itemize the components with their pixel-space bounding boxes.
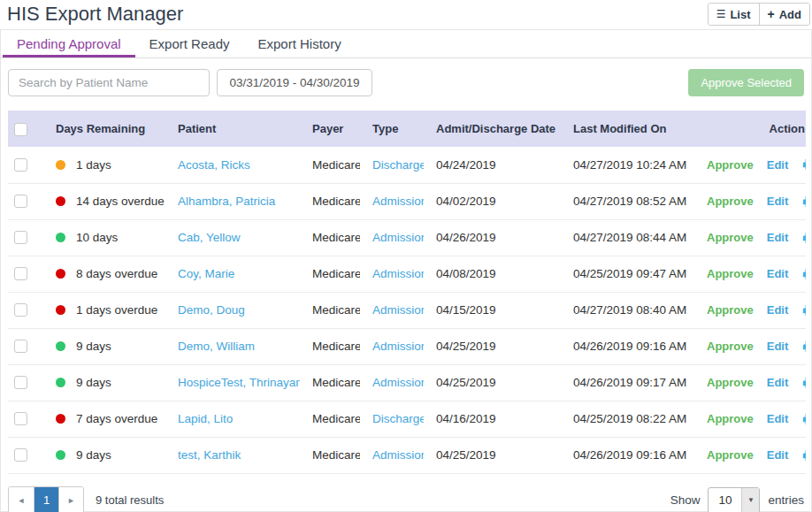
type-link[interactable]: Discharge bbox=[372, 158, 424, 172]
patient-link[interactable]: Lapid, Lito bbox=[178, 412, 233, 425]
tab-export-ready[interactable]: Export Ready bbox=[135, 30, 244, 57]
row-checkbox[interactable] bbox=[14, 195, 27, 208]
patient-link[interactable]: Cab, Yellow bbox=[178, 231, 241, 244]
type-link[interactable]: Admission bbox=[372, 376, 424, 389]
table-row: 9 days Demo, William Medicare Admission … bbox=[8, 328, 806, 364]
type-link[interactable]: Admission bbox=[372, 195, 424, 208]
print-icon[interactable] bbox=[801, 376, 806, 390]
print-icon[interactable] bbox=[801, 412, 806, 426]
payer-text: Medicare bbox=[312, 412, 360, 425]
table-row: 14 days overdue Alhambra, Patricia Medic… bbox=[8, 183, 806, 219]
payer-text: Medicare bbox=[312, 231, 360, 244]
payer-text: Medicare bbox=[312, 448, 360, 462]
payer-text: Medicare bbox=[312, 195, 360, 208]
row-checkbox[interactable] bbox=[14, 448, 27, 462]
admit-discharge-date: 04/16/2019 bbox=[436, 412, 496, 425]
edit-link[interactable]: Edit bbox=[767, 340, 789, 353]
print-icon[interactable] bbox=[801, 231, 806, 245]
select-all-checkbox[interactable] bbox=[14, 123, 27, 136]
admit-discharge-date: 04/08/2019 bbox=[436, 267, 496, 280]
print-icon[interactable] bbox=[801, 303, 806, 317]
admit-discharge-date: 04/25/2019 bbox=[436, 448, 496, 462]
page-size-group: Show 10 ▼ entries bbox=[670, 487, 804, 512]
next-page-button[interactable]: ► bbox=[58, 487, 83, 512]
patient-link[interactable]: Acosta, Ricks bbox=[178, 158, 250, 172]
admit-discharge-date: 04/25/2019 bbox=[436, 340, 496, 353]
search-input[interactable] bbox=[8, 69, 210, 96]
show-label: Show bbox=[670, 493, 701, 507]
days-remaining-text: 10 days bbox=[76, 231, 118, 244]
tab-pending-approval[interactable]: Pending Approval bbox=[3, 30, 135, 57]
row-checkbox[interactable] bbox=[14, 303, 27, 317]
row-checkbox[interactable] bbox=[14, 231, 27, 244]
payer-text: Medicare bbox=[312, 303, 360, 317]
approve-link[interactable]: Approve bbox=[707, 231, 754, 244]
approve-link[interactable]: Approve bbox=[707, 448, 754, 462]
payer-text: Medicare bbox=[312, 158, 360, 172]
col-days-remaining: Days Remaining bbox=[43, 111, 165, 147]
status-dot bbox=[56, 269, 65, 279]
patient-link[interactable]: test, Karthik bbox=[178, 448, 241, 462]
edit-link[interactable]: Edit bbox=[767, 303, 789, 317]
type-link[interactable]: Admission bbox=[372, 303, 424, 317]
date-range-input[interactable] bbox=[217, 69, 372, 96]
prev-page-button[interactable]: ◄ bbox=[9, 487, 34, 512]
row-checkbox[interactable] bbox=[14, 267, 27, 280]
days-remaining-text: 8 days overdue bbox=[76, 267, 157, 280]
col-type: Type bbox=[360, 111, 424, 147]
type-link[interactable]: Discharge bbox=[372, 412, 424, 425]
print-icon[interactable] bbox=[801, 267, 806, 281]
page-size-select[interactable]: 10 ▼ bbox=[708, 487, 760, 512]
patient-link[interactable]: Demo, William bbox=[178, 340, 255, 353]
approve-link[interactable]: Approve bbox=[707, 412, 754, 425]
type-link[interactable]: Admission bbox=[372, 340, 424, 353]
col-payer: Payer bbox=[300, 111, 360, 147]
admit-discharge-date: 04/24/2019 bbox=[436, 158, 496, 172]
row-checkbox[interactable] bbox=[14, 340, 27, 353]
type-link[interactable]: Admission bbox=[372, 448, 424, 462]
patient-link[interactable]: HospiceTest, Thrinayan bbox=[178, 376, 300, 389]
page-button-1[interactable]: 1 bbox=[34, 487, 58, 512]
list-view-button[interactable]: ☰ List bbox=[709, 4, 759, 25]
last-modified-on: 04/26/2019 09:17 AM bbox=[573, 376, 686, 389]
last-modified-on: 04/27/2019 10:24 AM bbox=[573, 158, 686, 172]
edit-link[interactable]: Edit bbox=[767, 267, 789, 280]
days-remaining-text: 9 days bbox=[76, 448, 111, 462]
approve-link[interactable]: Approve bbox=[707, 340, 754, 353]
approve-link[interactable]: Approve bbox=[707, 376, 754, 389]
admit-discharge-date: 04/25/2019 bbox=[436, 376, 496, 389]
print-icon[interactable] bbox=[801, 195, 806, 209]
patient-link[interactable]: Alhambra, Patricia bbox=[178, 195, 275, 208]
print-icon[interactable] bbox=[801, 157, 806, 172]
approve-link[interactable]: Approve bbox=[707, 303, 754, 317]
approve-link[interactable]: Approve bbox=[707, 195, 754, 208]
patient-link[interactable]: Coy, Marie bbox=[178, 267, 234, 280]
status-dot bbox=[56, 196, 65, 206]
edit-link[interactable]: Edit bbox=[767, 412, 789, 425]
table-row: 9 days test, Karthik Medicare Admission … bbox=[8, 437, 806, 473]
row-checkbox[interactable] bbox=[14, 376, 27, 389]
tab-export-history[interactable]: Export History bbox=[243, 30, 355, 57]
print-icon[interactable] bbox=[801, 340, 806, 354]
days-remaining-text: 9 days bbox=[76, 376, 111, 389]
type-link[interactable]: Admission bbox=[372, 231, 424, 244]
approve-link[interactable]: Approve bbox=[707, 267, 754, 280]
edit-link[interactable]: Edit bbox=[767, 158, 789, 172]
edit-link[interactable]: Edit bbox=[767, 231, 789, 244]
patient-link[interactable]: Demo, Doug bbox=[178, 303, 245, 317]
approve-selected-button[interactable]: Approve Selected bbox=[688, 69, 804, 96]
approve-link[interactable]: Approve bbox=[707, 158, 754, 172]
edit-link[interactable]: Edit bbox=[767, 448, 789, 462]
entries-label: entries bbox=[768, 493, 804, 507]
row-checkbox[interactable] bbox=[14, 158, 27, 172]
add-button[interactable]: + Add bbox=[759, 4, 809, 25]
row-checkbox[interactable] bbox=[14, 412, 27, 425]
status-dot bbox=[56, 414, 65, 424]
edit-link[interactable]: Edit bbox=[767, 195, 789, 208]
type-link[interactable]: Admission bbox=[372, 267, 424, 280]
admit-discharge-date: 04/26/2019 bbox=[436, 231, 496, 244]
edit-link[interactable]: Edit bbox=[767, 376, 789, 389]
topbar: HIS Export Manager ☰ List + Add bbox=[0, 0, 812, 29]
print-icon[interactable] bbox=[801, 448, 806, 462]
col-patient: Patient bbox=[165, 111, 300, 147]
